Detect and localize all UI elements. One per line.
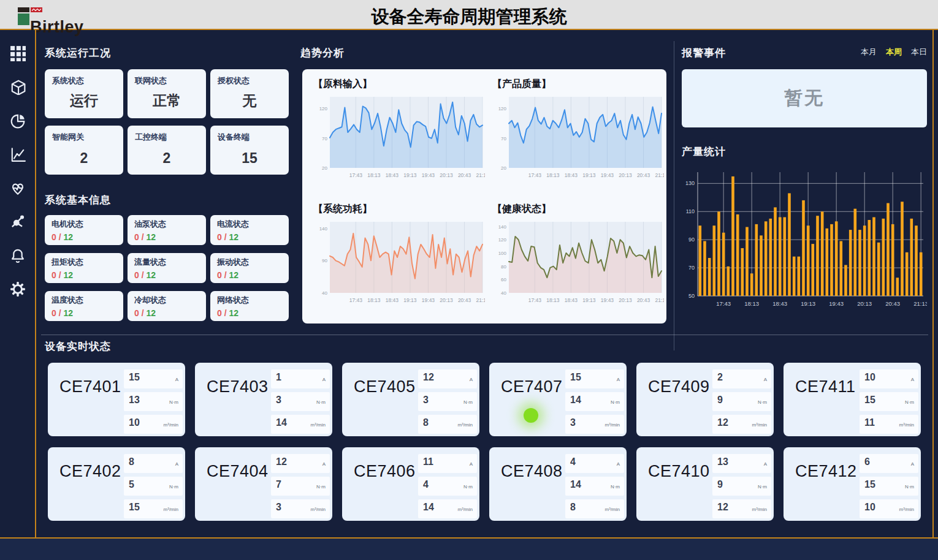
- status-card-label: 联网状态: [135, 75, 167, 86]
- svg-text:18:43: 18:43: [386, 297, 399, 303]
- svg-text:140: 140: [498, 224, 507, 229]
- svg-text:18:43: 18:43: [565, 297, 578, 303]
- footer-bar: [0, 537, 938, 560]
- device-card[interactable]: CE7403 1A3N·m14m³/min: [195, 363, 332, 436]
- device-meter: 10A: [860, 369, 918, 388]
- device-meter: 3m³/min: [271, 499, 330, 518]
- device-card[interactable]: CE7410 13A9N·m12m³/min: [636, 447, 774, 521]
- device-meter: 10m³/min: [860, 499, 918, 518]
- status-card-label: 授权状态: [218, 75, 250, 86]
- page-title: 设备全寿命周期管理系统: [0, 5, 938, 29]
- info-card-value: 0 / 12: [51, 308, 73, 318]
- meter-value: 8: [423, 417, 429, 428]
- info-card: 扭矩状态 0 / 12: [45, 253, 123, 283]
- info-card-label: 网络状态: [217, 295, 249, 306]
- alarm-tab[interactable]: 本日: [911, 47, 927, 58]
- svg-text:40: 40: [501, 290, 506, 296]
- info-card-value: 0 / 12: [51, 232, 73, 242]
- meter-unit: m³/min: [605, 506, 620, 512]
- device-card[interactable]: CE7412 6A15N·m10m³/min: [784, 447, 921, 521]
- svg-text:19:43: 19:43: [422, 297, 435, 303]
- svg-text:20:43: 20:43: [637, 297, 650, 303]
- svg-text:17:43: 17:43: [349, 172, 363, 178]
- svg-text:90: 90: [688, 236, 695, 243]
- status-card: 联网状态 正常: [128, 69, 206, 118]
- meter-unit: m³/min: [311, 422, 326, 427]
- trend-chart-cell: 【健康状态】 14012010080604017:4318:1318:4319:…: [485, 199, 664, 322]
- info-card: 网络状态 0 / 12: [210, 291, 289, 321]
- alarm-empty-text: 暂无: [784, 86, 825, 111]
- device-card[interactable]: CE7405 12A3N·m8m³/min: [342, 363, 479, 436]
- svg-text:20:43: 20:43: [885, 300, 900, 307]
- cube-icon[interactable]: [9, 78, 26, 95]
- meter-value: 2: [717, 372, 723, 383]
- svg-text:70: 70: [688, 265, 695, 271]
- meter-unit: N·m: [905, 399, 914, 404]
- alarm-range-tabs: 本月本周本日: [682, 47, 927, 58]
- meter-unit: N·m: [316, 483, 326, 489]
- meter-unit: m³/min: [164, 422, 178, 427]
- svg-text:120: 120: [498, 106, 507, 112]
- meter-unit: A: [322, 376, 326, 382]
- meter-value: 9: [717, 395, 723, 406]
- device-name: CE7401: [59, 377, 121, 396]
- system-info-grid: 电机状态 0 / 12 油泵状态 0 / 12 电流状态 0 / 12 扭矩状态…: [45, 215, 289, 321]
- line-chart-icon[interactable]: [9, 146, 26, 162]
- svg-text:20: 20: [501, 165, 506, 171]
- meter-unit: N·m: [169, 483, 178, 489]
- meter-unit: m³/min: [899, 422, 914, 427]
- device-meter: 4N·m: [418, 477, 477, 496]
- svg-text:18:13: 18:13: [367, 172, 381, 178]
- device-card[interactable]: CE7409 2A9N·m12m³/min: [636, 363, 774, 436]
- grid-icon[interactable]: [9, 45, 26, 61]
- meter-value: 3: [570, 417, 576, 428]
- meter-unit: A: [764, 461, 767, 466]
- device-meter: 1A: [271, 369, 330, 388]
- device-card[interactable]: CE7404 12A7N·m3m³/min: [195, 447, 332, 521]
- svg-text:20:13: 20:13: [619, 172, 632, 178]
- svg-text:19:13: 19:13: [801, 300, 815, 307]
- pie-chart-icon[interactable]: [9, 112, 26, 129]
- svg-text:120: 120: [319, 106, 328, 112]
- device-meter: 2A: [712, 369, 771, 388]
- molecule-icon[interactable]: [9, 213, 26, 230]
- info-card-value: 0 / 12: [134, 232, 156, 242]
- info-card: 油泵状态 0 / 12: [128, 215, 206, 245]
- health-icon[interactable]: [9, 180, 26, 196]
- bell-icon[interactable]: [9, 247, 26, 263]
- alarm-tab[interactable]: 本周: [886, 47, 902, 58]
- device-card[interactable]: CE7408 4A14N·m8m³/min: [489, 447, 627, 521]
- svg-text:17:43: 17:43: [528, 297, 542, 303]
- info-card-value: 0 / 12: [51, 270, 73, 280]
- device-card[interactable]: CE7402 8A5N·m15m³/min: [48, 447, 185, 521]
- device-meter: 7N·m: [271, 477, 330, 496]
- device-name: CE7404: [207, 462, 269, 481]
- device-card[interactable]: CE7406 11A4N·m14m³/min: [342, 447, 479, 521]
- meter-unit: m³/min: [899, 506, 914, 512]
- svg-text:17:43: 17:43: [528, 172, 542, 178]
- horizontal-divider: [41, 335, 928, 335]
- svg-text:20:13: 20:13: [440, 172, 453, 178]
- info-card-label: 电机状态: [51, 219, 83, 230]
- svg-text:19:13: 19:13: [582, 172, 596, 178]
- status-card-value: 2: [128, 150, 206, 167]
- svg-text:50: 50: [688, 293, 695, 299]
- device-meter: 12A: [271, 454, 330, 473]
- info-card-label: 扭矩状态: [51, 257, 83, 268]
- device-name: CE7409: [648, 377, 710, 396]
- app-header: Birtley 设备全寿命周期管理系统: [0, 0, 938, 30]
- device-card[interactable]: CE7407 15A14N·m3m³/min: [489, 363, 627, 436]
- trend-chart-title: 【系统功耗】: [313, 203, 485, 216]
- alarm-tab[interactable]: 本月: [861, 47, 877, 58]
- device-card[interactable]: CE7401 15A13N·m10m³/min: [48, 363, 185, 436]
- info-card-value: 0 / 12: [217, 308, 238, 318]
- device-meter: 12A: [418, 369, 477, 388]
- device-card[interactable]: CE7411 10A15N·m11m³/min: [784, 363, 921, 436]
- meter-value: 15: [864, 395, 875, 406]
- device-meter: 15N·m: [860, 477, 918, 496]
- svg-text:19:13: 19:13: [582, 297, 596, 303]
- meter-unit: N·m: [463, 483, 473, 489]
- device-meter: 3m³/min: [565, 415, 624, 434]
- device-name: CE7402: [59, 462, 121, 481]
- gear-icon[interactable]: [9, 281, 26, 297]
